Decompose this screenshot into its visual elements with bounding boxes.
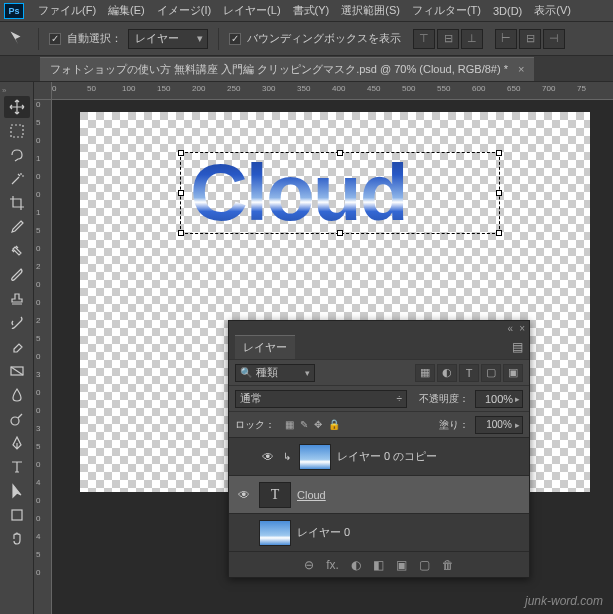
ruler-horizontal[interactable]: 0501001502002503003504004505005506006507… [52, 82, 613, 100]
canvas-text-cloud[interactable]: Cloud [190, 147, 407, 239]
eyedropper-tool[interactable] [4, 216, 30, 238]
brush-tool[interactable] [4, 264, 30, 286]
handle-ml[interactable] [178, 190, 184, 196]
panel-close-icon[interactable]: × [519, 323, 525, 334]
layers-tab[interactable]: レイヤー [235, 335, 295, 359]
filter-type-dropdown[interactable]: 🔍 種類 [235, 364, 315, 382]
menu-image[interactable]: イメージ(I) [151, 3, 217, 18]
auto-select-dropdown[interactable]: レイヤー [128, 29, 208, 49]
visibility-icon[interactable] [235, 524, 253, 542]
menu-file[interactable]: ファイル(F) [32, 3, 102, 18]
fill-field[interactable]: 100% [475, 416, 523, 434]
layer-name[interactable]: Cloud [297, 489, 326, 501]
menu-select[interactable]: 選択範囲(S) [335, 3, 406, 18]
crop-tool[interactable] [4, 192, 30, 214]
trash-icon[interactable]: 🗑 [442, 558, 454, 572]
svg-point-2 [11, 417, 19, 425]
handle-tr[interactable] [496, 150, 502, 156]
tab-close-icon[interactable]: × [518, 63, 524, 75]
align-left-icon[interactable]: ⊢ [495, 29, 517, 49]
dodge-tool[interactable] [4, 408, 30, 430]
handle-br[interactable] [496, 230, 502, 236]
group-icon[interactable]: ▣ [396, 558, 407, 572]
fx-icon[interactable]: fx. [326, 558, 339, 572]
align-hcenter-icon[interactable]: ⊟ [519, 29, 541, 49]
layer-item[interactable]: 👁 T Cloud [229, 475, 529, 513]
filter-type-icon[interactable]: T [459, 364, 479, 382]
marquee-tool[interactable] [4, 120, 30, 142]
bbox-label: バウンディングボックスを表示 [247, 31, 401, 46]
type-tool[interactable] [4, 456, 30, 478]
layer-thumb-icon[interactable] [299, 444, 331, 470]
layer-thumb-icon[interactable]: T [259, 482, 291, 508]
auto-select-checkbox[interactable] [49, 33, 61, 45]
blend-mode-dropdown[interactable]: 通常 [235, 390, 407, 408]
app-logo: Ps [4, 3, 24, 19]
menu-view[interactable]: 表示(V) [528, 3, 577, 18]
handle-tl[interactable] [178, 150, 184, 156]
align-top-icon[interactable]: ⊤ [413, 29, 435, 49]
palette-flyout-icon[interactable]: » [2, 86, 12, 92]
handle-bl[interactable] [178, 230, 184, 236]
bbox-checkbox[interactable] [229, 33, 241, 45]
visibility-icon[interactable]: 👁 [259, 448, 277, 466]
move-tool[interactable] [4, 96, 30, 118]
stamp-tool[interactable] [4, 288, 30, 310]
menu-type[interactable]: 書式(Y) [287, 3, 336, 18]
menu-edit[interactable]: 編集(E) [102, 3, 151, 18]
align-vcenter-icon[interactable]: ⊟ [437, 29, 459, 49]
ruler-vertical[interactable]: 050100150200250300350400450 [34, 100, 52, 614]
eraser-tool[interactable] [4, 336, 30, 358]
blur-tool[interactable] [4, 384, 30, 406]
menu-layer[interactable]: レイヤー(L) [217, 3, 286, 18]
link-layers-icon[interactable]: ⊖ [304, 558, 314, 572]
hand-tool[interactable] [4, 528, 30, 550]
heal-tool[interactable] [4, 240, 30, 262]
layer-name[interactable]: レイヤー 0 [297, 525, 350, 540]
mask-icon[interactable]: ◐ [351, 558, 361, 572]
menu-3d[interactable]: 3D(D) [487, 5, 528, 17]
menu-filter[interactable]: フィルター(T) [406, 3, 487, 18]
align-bottom-icon[interactable]: ⊥ [461, 29, 483, 49]
wand-tool[interactable] [4, 168, 30, 190]
path-select-tool[interactable] [4, 480, 30, 502]
layer-thumb-icon[interactable] [259, 520, 291, 546]
ruler-tick: 0 [36, 514, 40, 523]
panel-collapse-icon[interactable]: « [508, 323, 514, 334]
ruler-tick: 0 [36, 190, 40, 199]
lock-all-icon[interactable]: 🔒 [328, 419, 340, 430]
pen-tool[interactable] [4, 432, 30, 454]
move-tool-preset-icon[interactable] [8, 29, 28, 49]
lock-pos-icon[interactable]: ✥ [314, 419, 322, 430]
document-tab[interactable]: フォトショップの使い方 無料講座 入門編 クリッピングマスク.psd @ 70%… [40, 57, 534, 81]
ruler-tick: 1 [36, 208, 40, 217]
panel-menu-icon[interactable]: ▤ [506, 340, 529, 354]
layer-item[interactable]: レイヤー 0 [229, 513, 529, 551]
lock-row: ロック： ▦ ✎ ✥ 🔒 塗り： 100% [229, 411, 529, 437]
history-brush-tool[interactable] [4, 312, 30, 334]
layer-name[interactable]: レイヤー 0 のコピー [337, 449, 437, 464]
filter-smart-icon[interactable]: ▣ [503, 364, 523, 382]
lock-trans-icon[interactable]: ▦ [285, 419, 294, 430]
shape-tool[interactable] [4, 504, 30, 526]
new-layer-icon[interactable]: ▢ [419, 558, 430, 572]
ruler-tick: 0 [36, 496, 40, 505]
ruler-tick: 5 [36, 118, 40, 127]
layers-panel[interactable]: « × レイヤー ▤ 🔍 種類 ▦ ◐ T ▢ ▣ 通常 不透明度： 100% … [228, 320, 530, 578]
filter-adjust-icon[interactable]: ◐ [437, 364, 457, 382]
align-right-icon[interactable]: ⊣ [543, 29, 565, 49]
visibility-icon[interactable]: 👁 [235, 486, 253, 504]
lasso-tool[interactable] [4, 144, 30, 166]
ruler-tick: 450 [367, 84, 380, 93]
filter-shape-icon[interactable]: ▢ [481, 364, 501, 382]
opacity-field[interactable]: 100% [475, 390, 523, 408]
ruler-tick: 0 [36, 460, 40, 469]
ruler-origin[interactable] [34, 82, 52, 100]
handle-mr[interactable] [496, 190, 502, 196]
adjustment-icon[interactable]: ◧ [373, 558, 384, 572]
align-button-group: ⊤ ⊟ ⊥ [413, 29, 483, 49]
gradient-tool[interactable] [4, 360, 30, 382]
lock-image-icon[interactable]: ✎ [300, 419, 308, 430]
layer-item[interactable]: 👁 ↳ レイヤー 0 のコピー [229, 437, 529, 475]
filter-pixel-icon[interactable]: ▦ [415, 364, 435, 382]
